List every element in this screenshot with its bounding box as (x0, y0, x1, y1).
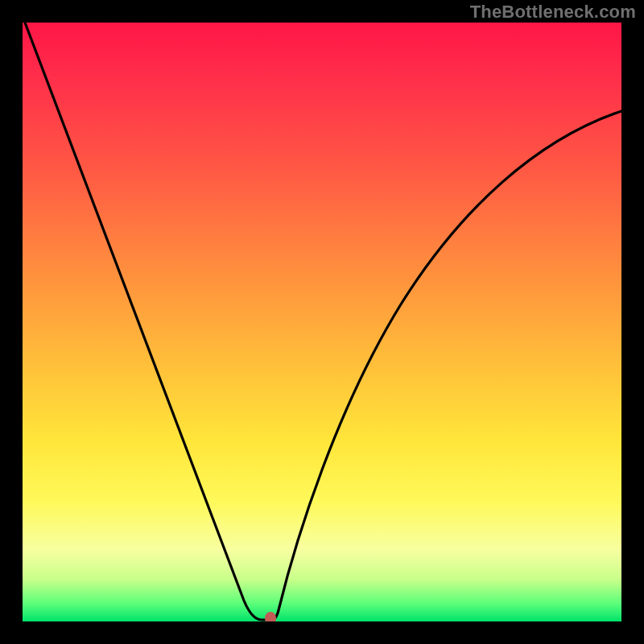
curve-path (25, 23, 621, 620)
plot-area (23, 23, 621, 621)
optimal-point-marker (265, 612, 276, 621)
watermark-text: TheBottleneck.com (470, 2, 636, 23)
bottleneck-curve (23, 23, 621, 621)
chart-frame: TheBottleneck.com (0, 0, 644, 644)
